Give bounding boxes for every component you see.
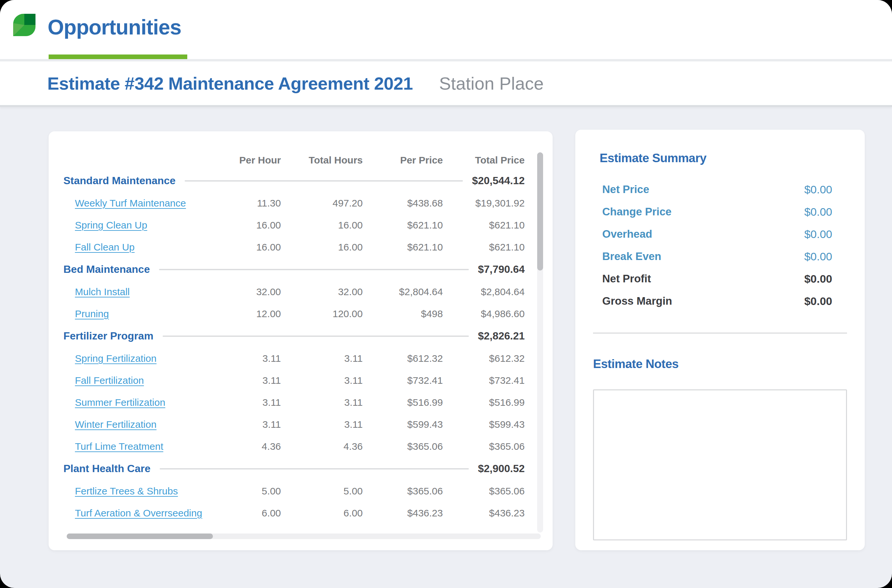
top-bar: Opportunities: [0, 0, 892, 62]
section-divider-line: [159, 468, 469, 470]
total-hours-value: 497.20: [281, 198, 363, 209]
table-row: Pruning12.00120.00$498$4,986.60: [63, 303, 525, 325]
total-hours-value: 32.00: [281, 286, 363, 297]
pricing-card: Per Hour Total Hours Per Price Total Pri…: [49, 131, 553, 550]
total-hours-value: 120.00: [281, 308, 363, 320]
total-price-value: $612.32: [443, 353, 525, 364]
total-hours-value: 3.11: [281, 419, 363, 430]
section-divider-line: [159, 269, 468, 270]
total-price-value: $365.06: [443, 441, 525, 452]
total-hours-value: 3.11: [281, 353, 363, 364]
summary-label[interactable]: Net Price: [602, 183, 649, 196]
estimate-notes-input[interactable]: [593, 389, 847, 540]
table-header-row: Per Hour Total Hours Per Price Total Pri…: [63, 151, 525, 170]
active-tab-indicator: [49, 54, 187, 59]
total-hours-value: 4.36: [281, 441, 363, 452]
section-name: Plant Health Care: [63, 463, 150, 475]
table-row: Mulch Install32.0032.00$2,804.64$2,804.6…: [63, 281, 525, 303]
total-price-value: $599.43: [443, 419, 525, 430]
summary-value: $0.00: [804, 273, 832, 285]
service-item-link[interactable]: Weekly Turf Maintenance: [75, 198, 186, 208]
per-price-value: $599.43: [363, 419, 443, 430]
service-item-link[interactable]: Mulch Install: [75, 286, 130, 297]
total-price-value: $2,804.64: [443, 286, 525, 297]
per-price-value: $621.10: [363, 242, 443, 253]
service-item-link[interactable]: Spring Clean Up: [75, 220, 147, 231]
per-price-value: $621.10: [363, 220, 443, 231]
summary-value: $0.00: [804, 183, 832, 196]
table-body: Standard Maintenance$20,544.12Weekly Tur…: [63, 170, 525, 524]
estimate-title: Estimate #342 Maintenance Agreement 2021: [47, 73, 413, 94]
service-item-link[interactable]: Spring Fertilization: [75, 353, 156, 364]
section-row: Bed Maintenance$7,790.64: [63, 258, 525, 281]
vertical-scrollbar-thumb[interactable]: [537, 152, 543, 270]
summary-title: Estimate Summary: [600, 152, 847, 165]
table-row: Turf Aeration & Overrseeding6.006.00$436…: [63, 502, 525, 524]
vertical-scrollbar[interactable]: [537, 152, 543, 532]
per-price-value: $436.23: [363, 508, 443, 519]
per-hour-value: 3.11: [217, 419, 281, 430]
section-name: Fertilizer Program: [63, 330, 153, 342]
per-hour-value: 12.00: [217, 308, 281, 320]
app-window: Opportunities Estimate #342 Maintenance …: [0, 0, 892, 588]
service-item-link[interactable]: Fall Fertilization: [75, 375, 144, 386]
total-price-value: $516.99: [443, 397, 525, 408]
per-hour-value: 6.00: [217, 508, 281, 519]
column-header-total-hours: Total Hours: [281, 154, 363, 166]
service-item-link[interactable]: Turf Lime Treatment: [75, 441, 163, 452]
section-total: $20,544.12: [472, 175, 525, 187]
page-body: Per Hour Total Hours Per Price Total Pri…: [0, 107, 892, 588]
per-hour-value: 11.30: [217, 198, 281, 209]
estimate-header: Estimate #342 Maintenance Agreement 2021…: [0, 62, 892, 107]
section-name: Bed Maintenance: [63, 263, 150, 276]
total-price-value: $4,986.60: [443, 308, 525, 320]
table-row: Weekly Turf Maintenance11.30497.20$438.6…: [63, 192, 525, 214]
per-price-value: $365.06: [363, 441, 443, 452]
total-price-value: $621.10: [443, 220, 525, 231]
section-row: Fertilizer Program$2,826.21: [63, 325, 525, 347]
total-hours-value: 16.00: [281, 220, 363, 231]
section-row: Standard Maintenance$20,544.12: [63, 170, 525, 192]
per-price-value: $365.06: [363, 486, 443, 497]
total-price-value: $436.23: [443, 508, 525, 519]
summary-row: Break Even$0.00: [593, 245, 832, 268]
table-row: Summer Fertilization3.113.11$516.99$516.…: [63, 392, 525, 413]
column-header-per-price: Per Price: [363, 154, 443, 166]
total-price-value: $732.41: [443, 375, 525, 386]
client-name: Station Place: [439, 73, 544, 94]
summary-label[interactable]: Change Price: [602, 206, 672, 218]
section-row: Plant Health Care$2,900.52: [63, 458, 525, 480]
service-item-link[interactable]: Winter Fertilization: [75, 419, 156, 430]
service-item-link[interactable]: Turf Aeration & Overrseeding: [75, 508, 202, 518]
section-total: $2,900.52: [478, 463, 525, 475]
service-item-link[interactable]: Summer Fertilization: [75, 397, 165, 408]
summary-value: $0.00: [804, 295, 832, 308]
service-item-link[interactable]: Fall Clean Up: [75, 242, 135, 252]
per-hour-value: 32.00: [217, 286, 281, 297]
summary-row: Change Price$0.00: [593, 201, 832, 223]
horizontal-scrollbar[interactable]: [67, 534, 541, 539]
section-total: $2,826.21: [478, 330, 525, 342]
per-price-value: $2,804.64: [363, 286, 443, 297]
service-item-link[interactable]: Pruning: [75, 308, 109, 319]
column-header-total-price: Total Price: [443, 154, 525, 166]
summary-label[interactable]: Break Even: [602, 250, 661, 262]
total-hours-value: 3.11: [281, 397, 363, 408]
service-item-link[interactable]: Fertlize Trees & Shrubs: [75, 486, 178, 496]
summary-row: Gross Margin$0.00: [593, 290, 832, 312]
table-row: Turf Lime Treatment4.364.36$365.06$365.0…: [63, 435, 525, 458]
total-hours-value: 6.00: [281, 508, 363, 519]
table-row: Fertlize Trees & Shrubs5.005.00$365.06$3…: [63, 480, 525, 502]
per-price-value: $516.99: [363, 397, 443, 408]
per-price-value: $498: [363, 308, 443, 320]
horizontal-scrollbar-thumb[interactable]: [67, 534, 213, 539]
per-hour-value: 3.11: [217, 353, 281, 364]
section-total: $7,790.64: [478, 263, 525, 276]
section-divider-line: [162, 336, 469, 337]
per-price-value: $732.41: [363, 375, 443, 386]
summary-list: Net Price$0.00Change Price$0.00Overhead$…: [593, 178, 832, 312]
summary-divider: [593, 333, 847, 333]
section-divider-line: [185, 180, 463, 182]
summary-value: $0.00: [804, 250, 832, 263]
summary-label[interactable]: Overhead: [602, 228, 652, 240]
